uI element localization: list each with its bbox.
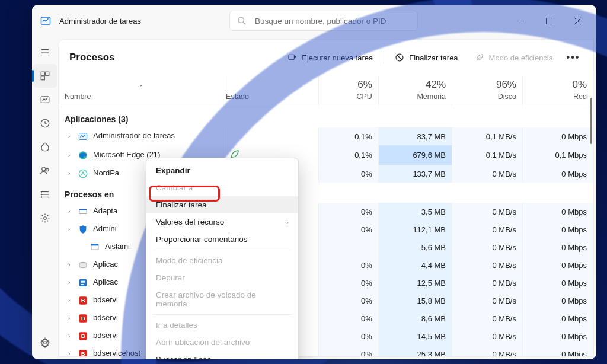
svg-rect-34 <box>91 244 98 246</box>
cell-disk: 0 MB/s <box>452 256 523 274</box>
table-row[interactable]: ›NordPa0%133,7 MB0 MB/s0 Mbps <box>59 165 593 183</box>
process-icon: B <box>78 349 88 356</box>
scrollbar[interactable] <box>587 98 592 354</box>
scrollbar-thumb[interactable] <box>590 98 592 144</box>
sort-indicator-icon: ⌃ <box>65 84 217 92</box>
col-cpu[interactable]: 6%CPU <box>319 75 378 107</box>
search-input[interactable]: Busque un nombre, publicador o PID <box>229 11 418 31</box>
cell-cpu <box>319 238 378 256</box>
processes-icon <box>40 71 50 81</box>
nav-processes[interactable] <box>33 64 57 88</box>
cell-cpu: 0% <box>319 203 378 221</box>
ctx-feedback[interactable]: Proporcionar comentarios <box>146 231 298 248</box>
page-title: Procesos <box>69 52 277 63</box>
cell-disk: 0,1 MB/s <box>452 145 523 165</box>
svg-rect-12 <box>41 76 44 80</box>
table-row[interactable]: ›Bbdservi0%15,8 MB0 MB/s0 Mbps <box>59 292 593 309</box>
chevron-right-icon: › <box>68 315 74 321</box>
table-row[interactable]: ›Administrador de tareas0,1%83,7 MB0,1 M… <box>59 127 593 145</box>
nav-performance[interactable] <box>33 88 57 111</box>
process-name: bdservi <box>93 331 118 340</box>
process-name: Aplicac <box>93 277 118 286</box>
cell-memory: 12,5 MB <box>378 274 452 292</box>
chevron-right-icon: › <box>68 297 74 304</box>
cell-disk: 0 MB/s <box>452 203 523 221</box>
cell-cpu: 0% <box>319 256 378 274</box>
ctx-end-task[interactable]: Finalizar tarea <box>146 196 298 213</box>
table-row[interactable]: ›Admini0%112,1 MB0 MB/s0 Mbps <box>59 221 593 238</box>
col-memory[interactable]: 42%Memoria <box>378 75 452 107</box>
cell-memory: 133,7 MB <box>378 165 452 183</box>
process-icon <box>78 260 88 270</box>
svg-text:B: B <box>81 298 85 304</box>
svg-line-6 <box>574 18 581 24</box>
svg-point-1 <box>238 17 244 23</box>
svg-rect-39 <box>81 284 84 285</box>
svg-line-27 <box>397 55 402 60</box>
chevron-right-icon: › <box>68 279 74 286</box>
maximize-button[interactable] <box>535 8 563 34</box>
group-header[interactable]: Aplicaciones (3) <box>59 107 593 128</box>
performance-icon <box>40 94 50 105</box>
minimize-button[interactable] <box>506 8 535 34</box>
table-row[interactable]: ›Microsoft Edge (21)0,1%679,6 MB0,1 MB/s… <box>59 145 593 165</box>
ctx-expand[interactable]: Expandir <box>146 162 298 179</box>
run-new-task-button[interactable]: Ejecutar nueva tarea <box>282 49 379 66</box>
svg-rect-38 <box>81 282 85 283</box>
col-net[interactable]: 0%Red <box>522 75 593 107</box>
nav-details[interactable] <box>33 183 57 206</box>
chevron-right-icon: › <box>68 208 74 215</box>
table-row[interactable]: ›Adapta0%3,5 MB0 MB/s0 Mbps <box>59 203 593 221</box>
process-icon <box>78 206 88 217</box>
ctx-details: Ir a detalles <box>146 317 298 334</box>
chevron-right-icon: › <box>68 333 74 339</box>
nav-services[interactable] <box>33 206 57 230</box>
chevron-right-icon: › <box>286 219 289 226</box>
cell-memory: 8,6 MB <box>378 309 452 327</box>
nav-history[interactable] <box>33 111 57 135</box>
ctx-search-online[interactable]: Buscar en línea <box>146 351 298 359</box>
services-icon <box>40 213 50 223</box>
col-disk[interactable]: 96%Disco <box>452 75 523 107</box>
efficiency-mode-button: Modo de eficiencia <box>469 49 559 66</box>
svg-text:B: B <box>81 315 85 321</box>
col-status[interactable]: Estado <box>223 75 319 107</box>
cell-memory: 15,8 MB <box>378 292 452 309</box>
ctx-resource-values[interactable]: Valores del recurso› <box>146 213 298 231</box>
sidebar <box>32 37 58 359</box>
more-button[interactable]: ••• <box>564 48 583 67</box>
app-title: Administrador de tareas <box>59 17 141 25</box>
chevron-right-icon: › <box>68 261 74 268</box>
process-name: NordPa <box>93 168 119 177</box>
process-icon <box>78 131 88 142</box>
svg-point-20 <box>41 191 42 193</box>
ctx-debug: Depurar <box>146 269 298 286</box>
table-row[interactable]: ›Bbdservi0%8,6 MB0 MB/s0 Mbps <box>59 309 593 327</box>
table-row[interactable]: Aislami5,6 MB0 MB/s0 Mbps <box>59 238 593 256</box>
cell-cpu: 0,1% <box>319 127 378 145</box>
end-task-button[interactable]: Finalizar tarea <box>389 49 464 66</box>
hamburger-icon <box>40 47 50 58</box>
table-row[interactable]: ›Bbdservi0%14,5 MB0 MB/s0 Mbps <box>59 327 593 345</box>
chevron-right-icon: › <box>68 152 74 158</box>
cell-disk: 0,1 MB/s <box>452 127 523 145</box>
cell-status <box>223 127 319 145</box>
close-button[interactable] <box>563 8 592 34</box>
process-icon <box>78 277 88 288</box>
ctx-switch-to: Cambiar a <box>146 179 298 196</box>
hamburger-button[interactable] <box>33 40 57 64</box>
chevron-right-icon: › <box>68 350 74 356</box>
table-row[interactable]: ›Bbdservicehost0%25,3 MB0 MB/s0 Mbps <box>59 345 593 356</box>
table-row[interactable]: ›Aplicac0%12,5 MB0 MB/s0 Mbps <box>59 274 593 292</box>
cell-disk: 0 MB/s <box>452 345 523 356</box>
cell-cpu: 0% <box>319 274 378 292</box>
settings-button[interactable] <box>33 331 57 355</box>
cell-net: 0 Mbps <box>522 238 593 256</box>
table-row[interactable]: ›Aplicac0%4,4 MB0 MB/s0 Mbps <box>59 256 593 274</box>
group-header[interactable]: Procesos en <box>59 183 593 203</box>
cell-memory: 83,7 MB <box>378 127 452 145</box>
content-header: Procesos Ejecutar nueva tarea Finalizar … <box>59 40 593 75</box>
nav-users[interactable] <box>33 159 57 183</box>
col-name[interactable]: ⌃ Nombre <box>59 75 223 107</box>
nav-startup[interactable] <box>33 135 57 159</box>
